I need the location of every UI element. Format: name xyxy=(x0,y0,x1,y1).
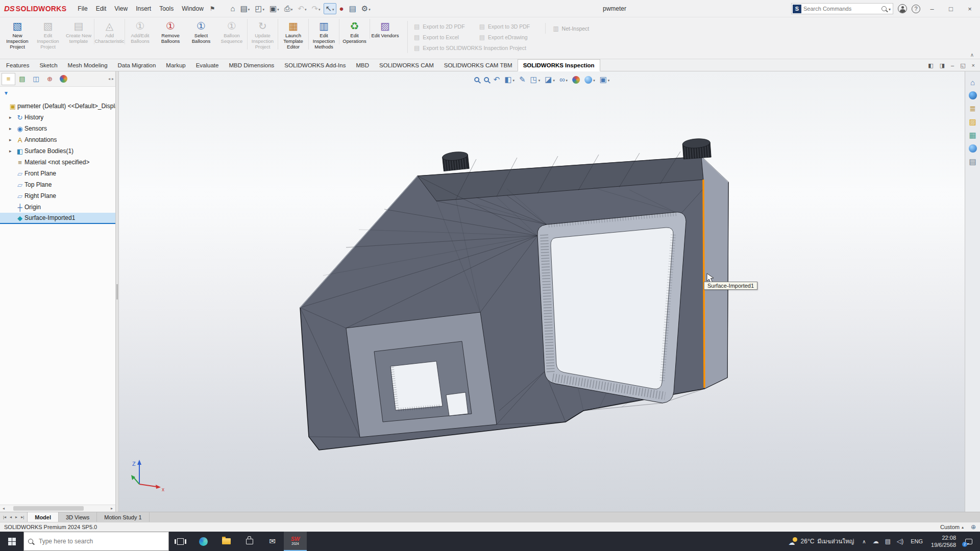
menu-item[interactable]: View xyxy=(110,0,132,17)
doc-restore-button[interactable]: ◱ xyxy=(960,60,965,71)
zoom-to-area-button[interactable] xyxy=(482,73,491,86)
export-2d-pdf-button[interactable]: ▤ Export to 2D PDF xyxy=(414,21,465,32)
tab-nav-button[interactable]: ▸ xyxy=(14,515,18,519)
command-tab[interactable]: Evaluate xyxy=(191,60,224,71)
expander-icon[interactable] xyxy=(9,126,15,131)
command-tab[interactable]: Mesh Modeling xyxy=(63,60,113,71)
command-tab[interactable]: MBD xyxy=(351,60,374,71)
account-icon[interactable] xyxy=(898,4,907,13)
add-edit-balloons-button[interactable]: ① Add/Edit Balloons xyxy=(125,19,155,44)
hide-show-items-button[interactable]: ∞ xyxy=(558,73,569,86)
task-view-button[interactable] xyxy=(169,532,192,551)
remove-balloons-button[interactable]: ① Remove Balloons xyxy=(155,19,186,44)
create-new-template-button[interactable]: ▤ Create New template xyxy=(63,19,94,44)
command-tab[interactable]: Data Migration xyxy=(113,60,161,71)
panel-tab-scroll-right[interactable]: ▸ xyxy=(112,77,114,81)
search-icon[interactable] xyxy=(881,6,887,11)
panel-tab-scroll-left[interactable]: ◂ xyxy=(108,77,110,81)
net-inspect-button[interactable]: ▥ Net-Inspect xyxy=(545,23,589,34)
tree-item-origin[interactable]: ┼ Origin xyxy=(0,202,115,213)
custom-properties-icon[interactable]: ▤ xyxy=(965,155,980,168)
filter-icon[interactable]: ▼ xyxy=(4,90,9,96)
view-palette-icon[interactable]: ▦ xyxy=(965,129,980,142)
add-characteristic-button[interactable]: ◬ Add Characteristic xyxy=(94,19,125,44)
zoom-to-fit-button[interactable] xyxy=(473,73,481,86)
configurationmanager-tab[interactable]: ◫ xyxy=(29,73,43,85)
tab-nav-button[interactable]: |◂ xyxy=(2,515,7,519)
export-edrawing-button[interactable]: ▤ Export eDrawing xyxy=(479,32,530,42)
print-button[interactable]: ⎙ xyxy=(282,3,295,14)
redo-button[interactable]: ↷ xyxy=(309,3,322,14)
clock[interactable]: 22:08 19/6/2568 xyxy=(927,534,960,549)
dimxpertmanager-tab[interactable]: ⊕ xyxy=(43,73,57,85)
menu-item[interactable]: Insert xyxy=(132,0,155,17)
new-inspection-project-button[interactable]: ▧ New Inspection Project xyxy=(2,19,33,49)
help-icon[interactable]: ? xyxy=(912,5,920,13)
tree-item-history[interactable]: ↻ History xyxy=(0,112,115,123)
export-excel-button[interactable]: ▤ Export to Excel xyxy=(414,32,465,42)
command-tab[interactable]: Markup xyxy=(161,60,190,71)
expander-icon[interactable] xyxy=(9,137,15,142)
menu-item[interactable]: File xyxy=(74,0,91,17)
solidworks-resources-icon[interactable] xyxy=(965,89,980,102)
command-tab[interactable]: SOLIDWORKS CAM xyxy=(374,60,439,71)
tray-expand-icon[interactable]: ∧ xyxy=(859,539,869,544)
tab-nav-button[interactable]: ▸| xyxy=(20,515,25,519)
update-inspection-project-button[interactable]: ↻ Update Inspection Project xyxy=(247,19,278,49)
home-icon[interactable]: ⌂ xyxy=(965,76,980,89)
units-selector[interactable]: Custom ▴ xyxy=(940,524,964,530)
options-gear-button[interactable]: ⚙ xyxy=(359,3,373,14)
command-tab[interactable]: MBD Dimensions xyxy=(224,60,279,71)
edit-inspection-methods-button[interactable]: ▥ Edit Inspection Methods xyxy=(308,19,339,49)
open-button[interactable]: ◰ xyxy=(253,3,266,14)
tab-nav-button[interactable]: ◂ xyxy=(9,515,13,519)
tree-item-annotations[interactable]: A Annotations xyxy=(0,134,115,145)
tree-item-front-plane[interactable]: ▱ Front Plane xyxy=(0,168,115,179)
dock-right-icon[interactable]: ◨ xyxy=(940,60,945,71)
knurled-knob[interactable] xyxy=(682,138,712,159)
scroll-right-icon[interactable]: ▸ xyxy=(108,506,115,511)
edit-operations-button[interactable]: ♻ Edit Operations xyxy=(339,19,370,44)
tree-item-root[interactable]: ▣ pwmeter (Default) <<Default>_Display xyxy=(0,101,115,112)
file-explorer-button[interactable] xyxy=(215,532,238,551)
viewport-3d[interactable]: ↶ ◧ ✎ ◳ ◪ ∞ xyxy=(119,71,965,512)
menu-item[interactable]: Edit xyxy=(92,0,111,17)
model-tab[interactable]: Model xyxy=(28,512,59,522)
previous-view-button[interactable]: ↶ xyxy=(492,73,502,86)
maximize-button[interactable]: □ xyxy=(944,5,958,13)
command-search-input[interactable] xyxy=(803,6,881,12)
volume-icon[interactable]: ◁) xyxy=(894,538,906,545)
taskbar-search-input[interactable] xyxy=(39,538,164,545)
apply-scene-button[interactable] xyxy=(583,73,597,86)
command-tab[interactable]: Features xyxy=(1,60,34,71)
tree-item-surface-bodies[interactable]: ◧ Surface Bodies(1) xyxy=(0,145,115,157)
weather-widget[interactable]: ☁ 26°C มีเมฆส่วนใหญ่ xyxy=(784,537,859,546)
view-settings-button[interactable]: ▣ xyxy=(598,73,611,86)
new-document-button[interactable]: ▤ xyxy=(238,3,252,14)
sphere-tool-icon[interactable]: ● xyxy=(337,3,346,14)
appearances-icon[interactable] xyxy=(965,142,980,155)
3d-views-tab[interactable]: 3D Views xyxy=(59,512,97,522)
motion-study-tab[interactable]: Motion Study 1 xyxy=(97,512,149,522)
close-button[interactable]: × xyxy=(963,5,977,13)
ribbon-collapse-icon[interactable]: ∧ xyxy=(970,52,974,58)
edit-inspection-project-button[interactable]: ▧ Edit Inspection Project xyxy=(33,19,63,49)
command-tab[interactable]: SOLIDWORKS Add-Ins xyxy=(279,60,351,71)
save-button[interactable]: ▣ xyxy=(267,3,281,14)
tree-item-right-plane[interactable]: ▱ Right Plane xyxy=(0,190,115,202)
model-mesh[interactable] xyxy=(119,71,965,512)
section-view-button[interactable]: ◧ xyxy=(503,73,516,86)
minimize-button[interactable]: – xyxy=(925,5,939,13)
report-icon[interactable]: ▤ xyxy=(347,3,358,14)
edge-browser-button[interactable] xyxy=(192,532,215,551)
select-tool-button[interactable]: ↖ xyxy=(324,3,336,14)
menu-item[interactable]: Tools xyxy=(155,0,178,17)
notification-center-icon[interactable]: 2 xyxy=(960,539,977,544)
undo-button[interactable]: ↶ xyxy=(296,3,308,14)
doc-minimize-button[interactable]: – xyxy=(951,60,954,71)
scroll-left-icon[interactable]: ◂ xyxy=(0,506,7,511)
start-button[interactable] xyxy=(0,532,23,551)
tree-item-top-plane[interactable]: ▱ Top Plane xyxy=(0,179,115,190)
command-tab[interactable]: SOLIDWORKS Inspection xyxy=(518,59,600,71)
expander-icon[interactable] xyxy=(9,115,15,120)
